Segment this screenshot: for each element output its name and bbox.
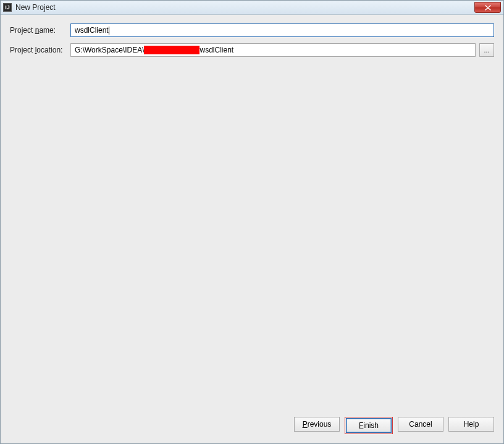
project-name-input[interactable]: wsdlClient <box>70 23 494 37</box>
project-name-label: Project name: <box>10 26 67 35</box>
ellipsis-icon: ... <box>484 46 489 54</box>
project-location-label: Project location: <box>10 46 67 54</box>
help-button[interactable]: Help <box>448 417 494 432</box>
button-bar: Previous Finish Cancel Help <box>2 411 502 442</box>
finish-button[interactable]: Finish <box>346 418 392 433</box>
cancel-button[interactable]: Cancel <box>398 417 443 432</box>
project-name-value: wsdlClient <box>75 26 109 35</box>
project-location-post: wsdlClient <box>200 46 233 54</box>
project-name-row: Project name: wsdlClient <box>10 23 494 37</box>
project-location-row: Project location: G:\WorkSpace\IDEA\wsdl… <box>10 43 494 57</box>
form-area: Project name: wsdlClient Project locatio… <box>2 17 502 411</box>
app-icon: IJ <box>3 3 12 12</box>
window-title: New Project <box>15 3 56 12</box>
close-button[interactable] <box>474 2 501 13</box>
new-project-dialog: IJ New Project Project name: wsdlClient … <box>0 0 504 444</box>
previous-button[interactable]: Previous <box>294 417 340 432</box>
titlebar: IJ New Project <box>1 1 503 15</box>
content-area: Project name: wsdlClient Project locatio… <box>1 15 503 443</box>
project-location-pre: G:\WorkSpace\IDEA\ <box>75 46 144 54</box>
project-location-input[interactable]: G:\WorkSpace\IDEA\wsdlClient <box>70 43 476 57</box>
redacted-segment <box>144 46 200 54</box>
close-icon <box>485 5 491 10</box>
finish-button-highlight: Finish <box>345 417 393 434</box>
text-caret <box>109 27 109 35</box>
spacer <box>10 63 494 411</box>
browse-location-button[interactable]: ... <box>479 43 494 57</box>
